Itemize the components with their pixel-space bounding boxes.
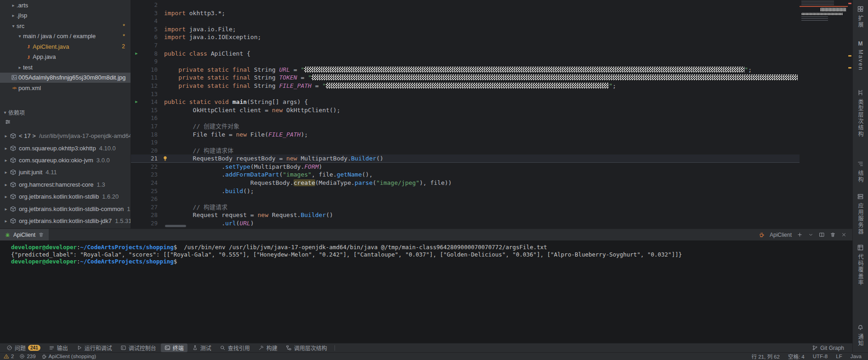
line-number[interactable]: 5: [142, 25, 158, 34]
code-line[interactable]: 10 private static final String URL = "";: [131, 66, 800, 74]
horizontal-scrollbar[interactable]: [165, 225, 186, 227]
panel-tab-find-references[interactable]: 查找引用: [216, 343, 254, 352]
dependency-item[interactable]: ▸org.jetbrains.kotlin:kotlin-stdlib1.6.2…: [0, 190, 130, 202]
dependency-item[interactable]: ▸junit:junit4.11: [0, 166, 130, 178]
code-line[interactable]: 25 .build();: [131, 187, 800, 195]
code-line[interactable]: 9: [131, 57, 800, 66]
right-tool-app-server[interactable]: 应用服务器: [857, 193, 864, 235]
line-number[interactable]: 17: [142, 122, 158, 131]
code-line[interactable]: ▶14public static void main(String[] args…: [131, 98, 800, 106]
code-line[interactable]: 3import okhttp3.*;: [131, 9, 800, 17]
right-tool-maven[interactable]: MMaven: [857, 40, 864, 71]
line-number[interactable]: 7: [142, 41, 158, 50]
editor-scrollbar[interactable]: [848, 0, 852, 229]
line-number[interactable]: 28: [142, 211, 158, 219]
line-number[interactable]: 19: [142, 138, 158, 147]
run-gutter-icon[interactable]: ▶: [131, 50, 142, 58]
panel-tab-call-hierarchy[interactable]: 调用层次结构: [282, 343, 331, 352]
line-number[interactable]: 6: [142, 33, 158, 41]
error-mark[interactable]: [848, 3, 851, 4]
tree-item[interactable]: ▾src*: [0, 21, 130, 31]
code-line[interactable]: 7: [131, 41, 800, 50]
status-errors[interactable]: 239: [19, 354, 35, 359]
code-editor[interactable]: 23import okhttp3.*;45import java.io.File…: [131, 0, 800, 229]
code-line[interactable]: 2: [131, 1, 800, 9]
line-number[interactable]: 10: [142, 66, 158, 74]
tree-item[interactable]: 005Adalmly8hsfnnjg65sj30m80m8dit.jpg: [0, 73, 130, 83]
line-number[interactable]: 22: [142, 163, 158, 171]
tree-item[interactable]: </>pom.xml: [0, 83, 130, 93]
code-line[interactable]: 26: [131, 195, 800, 203]
status-item[interactable]: UTF-8: [813, 354, 828, 359]
line-number[interactable]: 20: [142, 147, 158, 155]
code-line[interactable]: 20 // 构建请求体: [131, 147, 800, 155]
code-line[interactable]: 27 // 构建请求: [131, 203, 800, 211]
code-line[interactable]: 16: [131, 114, 800, 122]
panel-tab-problems[interactable]: 问题241: [3, 343, 44, 352]
code-line[interactable]: 22 .setType(MultipartBody.FORM): [131, 163, 800, 171]
warning-mark[interactable]: [848, 55, 851, 57]
tree-item[interactable]: JApp.java: [0, 52, 130, 63]
split-terminal-button[interactable]: [819, 232, 825, 238]
code-line[interactable]: 6import java.io.IOException;: [131, 33, 800, 41]
panel-tab-build[interactable]: 构建: [255, 343, 281, 352]
line-number[interactable]: 27: [142, 203, 158, 211]
panel-tab-output[interactable]: 输出: [45, 343, 72, 352]
trash-icon[interactable]: [38, 232, 44, 238]
line-number[interactable]: 14: [142, 98, 158, 106]
dependency-item[interactable]: ▸org.hamcrest:hamcrest-core1.3: [0, 178, 130, 190]
code-line[interactable]: 15 OkHttpClient client = new OkHttpClien…: [131, 106, 800, 114]
code-line[interactable]: 21 RequestBody requestBody = new Multipa…: [131, 154, 800, 163]
right-tool-notifications[interactable]: 通知: [857, 324, 864, 347]
dependency-item[interactable]: ▸< 17 >/usr/lib/jvm/java-17-openjdk-amd6…: [0, 130, 130, 142]
code-line[interactable]: 18 File file = new File(FILE_PATH);: [131, 131, 800, 139]
code-line[interactable]: 17 // 创建文件对象: [131, 122, 800, 131]
tree-item[interactable]: ▸.jlsp: [0, 11, 130, 21]
line-number[interactable]: 8: [142, 50, 158, 58]
line-number[interactable]: 21: [142, 154, 158, 162]
warning-mark[interactable]: [848, 67, 851, 69]
line-number[interactable]: 9: [142, 57, 158, 66]
line-number[interactable]: 15: [142, 106, 158, 114]
line-number[interactable]: 4: [142, 17, 158, 25]
panel-tab-debug-console[interactable]: 调试控制台: [117, 343, 160, 352]
run-gutter-icon[interactable]: ▶: [131, 98, 142, 106]
code-line[interactable]: ▶8public class ApiClient {: [131, 50, 800, 58]
kill-terminal-button[interactable]: [830, 232, 836, 238]
line-number[interactable]: 25: [142, 187, 158, 195]
code-line[interactable]: 28 Request request = new Request.Builder…: [131, 211, 800, 219]
dependency-item[interactable]: ▸org.jetbrains.kotlin:kotlin-stdlib-jdk7…: [0, 215, 130, 227]
dependency-item[interactable]: ▸org.jetbrains.kotlin:kotlin-stdlib-comm…: [0, 203, 130, 215]
line-number[interactable]: 2: [142, 1, 158, 9]
status-item[interactable]: Java: [851, 354, 862, 359]
code-line[interactable]: 4: [131, 17, 800, 25]
terminal-tab-apiclient[interactable]: ApiClient: [0, 229, 49, 240]
dependency-item[interactable]: ▸com.squareup.okio:okio-jvm3.0.0: [0, 154, 130, 166]
status-item[interactable]: 空格: 4: [788, 353, 805, 360]
right-tool-extensions[interactable]: 扩展: [857, 6, 864, 28]
code-line[interactable]: 12 private static final String FILE_PATH…: [131, 82, 800, 90]
line-number[interactable]: 23: [142, 171, 158, 179]
panel-tab-terminal[interactable]: 终端: [161, 343, 187, 352]
status-warnings[interactable]: 2: [4, 354, 14, 359]
line-number[interactable]: 13: [142, 90, 158, 98]
code-line[interactable]: 5import java.io.File;: [131, 25, 800, 34]
terminal-dropdown-button[interactable]: [808, 232, 814, 238]
line-number[interactable]: 24: [142, 179, 158, 187]
git-graph-button[interactable]: Git Graph: [808, 344, 848, 352]
close-panel-button[interactable]: [841, 232, 847, 238]
code-line[interactable]: 23 .addFormDataPart("images", file.getNa…: [131, 171, 800, 179]
panel-tab-test[interactable]: 测试: [188, 343, 215, 352]
status-run-config[interactable]: ApiClient (shopping): [41, 354, 96, 359]
dependencies-header[interactable]: ▾ 依赖项: [0, 108, 130, 117]
right-tool-structure[interactable]: 结构: [857, 160, 864, 183]
line-number[interactable]: 3: [142, 9, 158, 17]
tree-item[interactable]: ▾main / java / com / example*: [0, 31, 130, 42]
dependency-item[interactable]: ▸com.squareup.okhttp3:okhttp4.10.0: [0, 142, 130, 154]
line-number[interactable]: 26: [142, 195, 158, 203]
status-item[interactable]: 行 21, 列 62: [752, 353, 780, 360]
code-line[interactable]: 24 RequestBody.create(MediaType.parse("i…: [131, 179, 800, 187]
line-number[interactable]: 11: [142, 74, 158, 82]
code-line[interactable]: 13: [131, 90, 800, 98]
code-line[interactable]: 19: [131, 138, 800, 147]
